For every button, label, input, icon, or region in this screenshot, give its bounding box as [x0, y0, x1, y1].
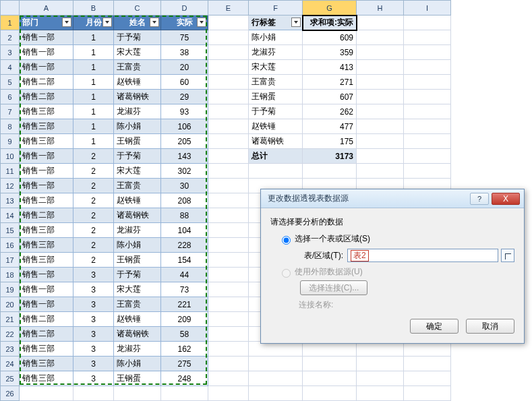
cell[interactable]: 销售一部 [20, 30, 73, 45]
cell[interactable]: 于予菊 [114, 268, 161, 282]
cell[interactable] [357, 386, 404, 401]
cell[interactable] [404, 357, 451, 371]
cell[interactable] [357, 164, 404, 179]
cell[interactable]: 1 [73, 134, 114, 149]
cell[interactable]: 2 [73, 179, 114, 193]
row-header[interactable]: 16 [1, 238, 20, 253]
filter-dropdown-icon[interactable] [197, 18, 206, 27]
row-header[interactable]: 24 [1, 357, 20, 371]
cell[interactable]: 销售三部 [20, 371, 73, 386]
cell[interactable]: 93 [161, 104, 208, 119]
cell[interactable]: 88 [161, 208, 208, 223]
cell[interactable] [73, 386, 114, 401]
cell[interactable] [357, 90, 404, 104]
cell[interactable]: 73 [161, 282, 208, 297]
cell[interactable]: 228 [161, 238, 208, 253]
cell[interactable] [404, 371, 451, 386]
cell[interactable]: 2 [73, 223, 114, 238]
cell[interactable]: 30 [161, 179, 208, 193]
cell[interactable]: 3 [73, 268, 114, 282]
cell[interactable]: 2 [73, 238, 114, 253]
cell[interactable] [208, 104, 249, 119]
cell[interactable] [249, 371, 303, 386]
row-header[interactable]: 13 [1, 193, 20, 208]
cell[interactable] [404, 30, 451, 45]
row-header[interactable]: 6 [1, 90, 20, 104]
col-header-G[interactable]: G [303, 1, 357, 16]
cell[interactable]: 王富贵 [114, 60, 161, 75]
cell[interactable]: 1 [73, 30, 114, 45]
cell[interactable]: 262 [303, 104, 357, 119]
row-header[interactable]: 17 [1, 253, 20, 268]
cell[interactable] [208, 342, 249, 357]
row-header[interactable]: 19 [1, 282, 20, 297]
cell[interactable] [357, 104, 404, 119]
cell[interactable]: 龙淑芬 [249, 45, 303, 60]
cell[interactable]: 1 [73, 60, 114, 75]
row-header[interactable]: 21 [1, 312, 20, 327]
cell[interactable]: 宋大莲 [114, 164, 161, 179]
cell[interactable]: 姓名 [114, 16, 161, 30]
cell[interactable] [208, 268, 249, 282]
col-header-A[interactable]: A [20, 1, 73, 16]
cell[interactable]: 609 [303, 30, 357, 45]
dialog-help-button[interactable]: ? [470, 193, 489, 205]
cell[interactable]: 477 [303, 119, 357, 134]
cell[interactable]: 2 [73, 193, 114, 208]
cell[interactable] [357, 134, 404, 149]
cell[interactable]: 陈小娟 [114, 119, 161, 134]
cell[interactable]: 销售二部 [20, 193, 73, 208]
cell[interactable]: 3173 [303, 149, 357, 164]
cell[interactable] [208, 386, 249, 401]
cell[interactable] [161, 386, 208, 401]
row-header[interactable]: 23 [1, 342, 20, 357]
select-all-corner[interactable] [1, 1, 20, 16]
cell[interactable]: 销售一部 [20, 268, 73, 282]
cell[interactable]: 248 [161, 371, 208, 386]
ok-button[interactable]: 确定 [410, 319, 459, 334]
row-header[interactable]: 11 [1, 164, 20, 179]
row-header[interactable]: 25 [1, 371, 20, 386]
cell[interactable] [357, 357, 404, 371]
cell[interactable] [208, 179, 249, 193]
cell[interactable] [404, 45, 451, 60]
cell[interactable] [208, 253, 249, 268]
cell[interactable]: 58 [161, 327, 208, 342]
row-header[interactable]: 22 [1, 327, 20, 342]
cell[interactable]: 销售二部 [20, 75, 73, 90]
cell[interactable] [208, 357, 249, 371]
filter-dropdown-icon[interactable] [102, 18, 112, 27]
cell[interactable] [357, 16, 404, 30]
cell[interactable] [357, 371, 404, 386]
cell[interactable]: 诸葛钢铁 [114, 90, 161, 104]
cell[interactable]: 3 [73, 312, 114, 327]
cell[interactable] [404, 104, 451, 119]
cell[interactable]: 销售三部 [20, 342, 73, 357]
cell[interactable]: 154 [161, 253, 208, 268]
cell[interactable]: 求和项:实际 [303, 16, 357, 30]
cell[interactable]: 302 [161, 164, 208, 179]
cell[interactable] [208, 134, 249, 149]
cell[interactable]: 2 [73, 208, 114, 223]
cell[interactable] [208, 282, 249, 297]
row-header[interactable]: 26 [1, 386, 20, 401]
cell[interactable] [208, 312, 249, 327]
row-header[interactable]: 20 [1, 297, 20, 312]
cell[interactable] [303, 164, 357, 179]
cell[interactable]: 陈小娟 [114, 357, 161, 371]
cell[interactable] [357, 60, 404, 75]
cell[interactable]: 王钢蛋 [114, 253, 161, 268]
cell[interactable] [208, 45, 249, 60]
cell[interactable] [208, 90, 249, 104]
cell[interactable] [208, 208, 249, 223]
cell[interactable]: 王钢蛋 [114, 371, 161, 386]
cell[interactable] [357, 119, 404, 134]
cell[interactable]: 龙淑芬 [114, 104, 161, 119]
cell[interactable]: 销售三部 [20, 253, 73, 268]
cancel-button[interactable]: 取消 [466, 319, 514, 334]
cell[interactable]: 于予菊 [249, 104, 303, 119]
cell[interactable] [249, 164, 303, 179]
cell[interactable] [208, 327, 249, 342]
cell[interactable] [404, 149, 451, 164]
cell[interactable]: 2 [73, 164, 114, 179]
